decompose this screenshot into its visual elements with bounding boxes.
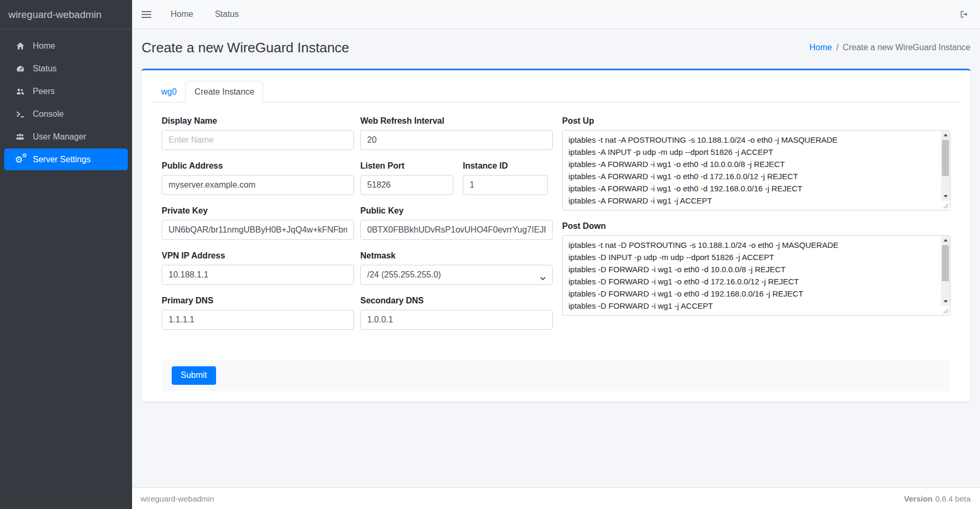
scroll-down-button[interactable]	[941, 192, 950, 201]
netmask-selected-value: /24 (255.255.255.0)	[367, 270, 441, 280]
secondary-dns-label: Secondary DNS	[360, 296, 553, 306]
sidebar-item-label: Peers	[33, 87, 55, 96]
post-up-text: iptables -t nat -A POSTROUTING -s 10.188…	[563, 131, 940, 210]
footer-app-name: wireguard-webadmin	[141, 494, 214, 503]
display-name-label: Display Name	[162, 116, 354, 126]
primary-dns-label: Primary DNS	[162, 296, 354, 306]
resize-grip-icon[interactable]	[941, 306, 950, 315]
public-key-label: Public Key	[360, 206, 553, 216]
sidebar-item-peers[interactable]: Peers	[4, 80, 128, 102]
secondary-dns-input[interactable]	[360, 310, 553, 330]
instance-card: wg0 Create Instance Display Name Public …	[142, 69, 970, 402]
post-up-scrollbar[interactable]	[941, 131, 950, 201]
netmask-label: Netmask	[360, 251, 553, 261]
create-instance-form: Display Name Public Address Private Key …	[152, 103, 960, 391]
sidebar-item-label: Server Settings	[33, 155, 90, 164]
brand-title: wireguard-webadmin	[0, 0, 132, 30]
netmask-select[interactable]: /24 (255.255.255.0)	[360, 265, 553, 285]
footer-version-label: Version	[904, 494, 932, 503]
sidebar-item-server-settings[interactable]: ⚙⚙ Server Settings	[4, 149, 128, 170]
sidebar-item-home[interactable]: Home	[4, 35, 128, 57]
primary-dns-input[interactable]	[162, 310, 354, 330]
peers-icon	[14, 87, 26, 96]
public-address-input[interactable]	[162, 175, 354, 195]
post-down-text: iptables -t nat -D POSTROUTING -s 10.188…	[563, 236, 940, 315]
main-content: Create a new WireGuard Instance Home / C…	[132, 29, 980, 487]
content-header: Create a new WireGuard Instance Home / C…	[142, 29, 970, 69]
sidebar-item-console[interactable]: Console	[4, 103, 128, 125]
tab-create-instance[interactable]: Create Instance	[185, 81, 263, 103]
post-up-label: Post Up	[562, 116, 950, 126]
sidebar-nav: Home Status	[0, 30, 132, 177]
topnav-link-home[interactable]: Home	[171, 10, 193, 19]
sidebar-item-label: Status	[33, 64, 57, 73]
private-key-label: Private Key	[162, 206, 354, 216]
sidebar-item-status[interactable]: Status	[4, 58, 128, 79]
vpn-ip-input[interactable]	[162, 265, 354, 285]
breadcrumb-separator: /	[836, 43, 838, 52]
form-footer: Submit	[162, 359, 950, 391]
terminal-icon	[14, 110, 26, 118]
breadcrumb: Home / Create a new WireGuard Instance	[809, 43, 970, 52]
chevron-down-icon	[540, 273, 546, 283]
menu-icon[interactable]	[142, 11, 151, 18]
sidebar-item-label: User Manager	[33, 132, 86, 142]
footer-version-value: 0.8.4 beta	[935, 494, 970, 503]
post-down-label: Post Down	[562, 221, 950, 231]
listen-port-label: Listen Port	[360, 161, 453, 171]
topnav-link-status[interactable]: Status	[215, 10, 239, 19]
scroll-down-button[interactable]	[941, 297, 950, 306]
scroll-up-button[interactable]	[941, 236, 950, 245]
top-navbar: Home Status	[132, 0, 980, 29]
breadcrumb-home-link[interactable]: Home	[809, 43, 832, 52]
sidebar: wireguard-webadmin Home Status	[0, 0, 132, 509]
sidebar-item-user-manager[interactable]: User Manager	[4, 126, 128, 147]
users-icon	[14, 133, 26, 141]
post-down-scrollbar[interactable]	[941, 236, 950, 306]
breadcrumb-current: Create a new WireGuard Instance	[843, 43, 970, 52]
resize-grip-icon[interactable]	[941, 201, 950, 210]
instance-id-input[interactable]	[463, 175, 548, 195]
display-name-input[interactable]	[162, 130, 354, 150]
gauge-icon	[14, 64, 26, 73]
listen-port-input[interactable]	[360, 175, 453, 195]
scroll-thumb[interactable]	[942, 140, 949, 176]
footer-version: Version 0.8.4 beta	[904, 494, 970, 503]
sidebar-item-label: Home	[33, 41, 55, 51]
public-key-input[interactable]	[360, 220, 553, 240]
gears-icon: ⚙⚙	[14, 154, 26, 165]
page-title: Create a new WireGuard Instance	[142, 38, 349, 57]
scroll-up-button[interactable]	[941, 131, 950, 140]
page-footer: wireguard-webadmin Version 0.8.4 beta	[132, 487, 980, 509]
web-refresh-interval-input[interactable]	[360, 130, 553, 150]
submit-button[interactable]: Submit	[172, 366, 216, 385]
post-up-textarea[interactable]: iptables -t nat -A POSTROUTING -s 10.188…	[562, 130, 950, 210]
logout-icon[interactable]	[959, 10, 969, 18]
home-icon	[14, 42, 26, 50]
scroll-thumb[interactable]	[942, 245, 949, 281]
private-key-input[interactable]	[162, 220, 354, 240]
sidebar-item-label: Console	[33, 109, 64, 119]
instance-tabs: wg0 Create Instance	[152, 81, 960, 103]
instance-id-label: Instance ID	[463, 161, 548, 171]
vpn-ip-label: VPN IP Address	[162, 251, 354, 261]
web-refresh-interval-label: Web Refresh Interval	[360, 116, 553, 126]
public-address-label: Public Address	[162, 161, 354, 171]
tab-wg0[interactable]: wg0	[152, 81, 185, 103]
post-down-textarea[interactable]: iptables -t nat -D POSTROUTING -s 10.188…	[562, 235, 950, 316]
